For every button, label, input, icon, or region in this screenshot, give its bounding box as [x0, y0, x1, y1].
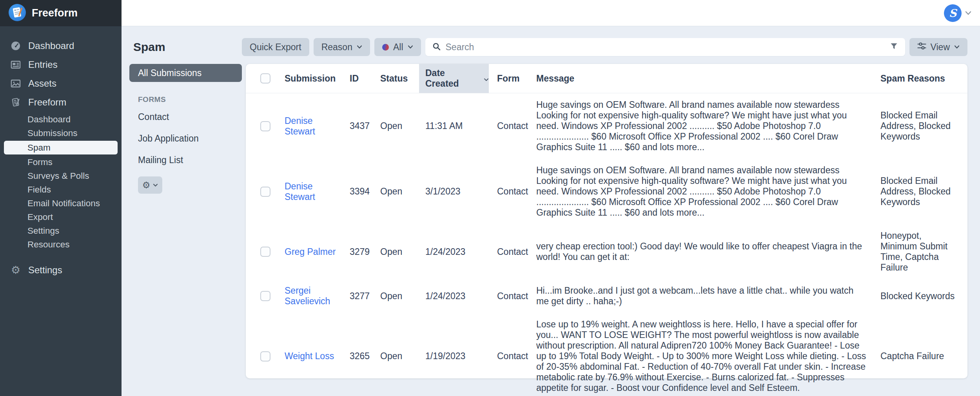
source-sidebar: All Submissions FORMS ContactJob Applica…: [129, 64, 242, 396]
cell-id: 3277: [350, 291, 380, 302]
cell-id: 3394: [350, 186, 380, 197]
search-input[interactable]: [446, 42, 885, 53]
cell-status: Open: [380, 247, 419, 257]
page-body: All Submissions FORMS ContactJob Applica…: [133, 64, 967, 396]
cell-spam-reasons: Blocked Email Address, Blocked Keywords: [880, 176, 967, 207]
row-checkbox-cell: [246, 351, 285, 361]
cell-message: very cheap erection tool:) Good day! We …: [528, 241, 880, 262]
sidebar-subitem-email-notifications[interactable]: Email Notifications: [0, 196, 122, 210]
filter-funnel-icon[interactable]: [890, 42, 898, 52]
content: Spam Quick Export Reason All: [122, 26, 980, 396]
header-status[interactable]: Status: [380, 64, 419, 93]
sidebar-nav: DashboardEntriesAssetsFreeformDashboardS…: [0, 26, 122, 396]
sidebar-item-label: Dashboard: [28, 40, 74, 51]
sidebar-subitem-surveys-polls[interactable]: Surveys & Polls: [0, 169, 122, 183]
header-message[interactable]: Message: [528, 64, 880, 93]
select-all-cell: [246, 64, 285, 93]
sidebar-item-assets[interactable]: Assets: [0, 74, 122, 93]
header-form[interactable]: Form: [489, 64, 528, 93]
cell-message: Huge savings on OEM Software. All brand …: [528, 100, 880, 153]
select-all-checkbox[interactable]: [260, 73, 270, 84]
cell-date-created: 11:31 AM: [419, 121, 489, 131]
forms-heading: FORMS: [129, 95, 242, 104]
row-checkbox[interactable]: [260, 187, 270, 197]
chevron-down-icon: [357, 45, 362, 49]
sidebar-subitem-dashboard[interactable]: Dashboard: [0, 113, 122, 126]
form-source-contact[interactable]: Contact: [129, 112, 242, 122]
cell-status: Open: [380, 186, 419, 197]
submissions-table-card: Submission ID Status Date Created Form M…: [246, 64, 967, 378]
sidebar-subitem-settings[interactable]: Settings: [0, 224, 122, 238]
submission-link[interactable]: Greg Palmer: [285, 247, 336, 257]
table-row: Denise Stewart3437Open11:31 AMContactHug…: [246, 93, 967, 159]
status-filter-dropdown[interactable]: All: [374, 38, 421, 56]
freeform-subnav: DashboardSubmissionsSpamFormsSurveys & P…: [0, 113, 122, 251]
sidebar-item-entries[interactable]: Entries: [0, 55, 122, 74]
sidebar-item-freeform[interactable]: Freeform: [0, 93, 122, 112]
row-checkbox[interactable]: [260, 121, 270, 131]
row-checkbox-cell: [246, 291, 285, 301]
sidebar-item-settings[interactable]: ⚙Settings: [0, 261, 122, 280]
row-checkbox[interactable]: [260, 351, 270, 361]
submission-link[interactable]: Denise Stewart: [285, 116, 338, 137]
toolbar: Spam Quick Export Reason All: [133, 38, 967, 56]
table-row: Denise Stewart3394Open3/1/2023ContactHug…: [246, 159, 967, 224]
sidebar-subitem-spam[interactable]: Spam: [4, 141, 118, 154]
main-area: S Spam Quick Export Reason: [122, 0, 980, 396]
sidebar-subitem-resources[interactable]: Resources: [0, 238, 122, 251]
cell-id: 3437: [350, 121, 380, 131]
sidebar-item-label: Entries: [28, 59, 58, 70]
sidebar-item-label: Settings: [28, 265, 62, 276]
submission-cell: Weight Loss: [285, 351, 350, 361]
sidebar-subitem-export[interactable]: Export: [0, 210, 122, 224]
sidebar-item-label: Assets: [28, 78, 56, 89]
view-dropdown[interactable]: View: [909, 38, 967, 56]
submission-link[interactable]: Denise Stewart: [285, 181, 338, 202]
cell-spam-reasons: Blocked Keywords: [880, 291, 967, 302]
status-filter-label: All: [393, 42, 403, 53]
quick-export-label: Quick Export: [250, 42, 301, 53]
status-color-dot-icon: [382, 44, 389, 51]
user-menu-chevron-down-icon[interactable]: [965, 11, 971, 15]
submission-link[interactable]: Weight Loss: [285, 351, 334, 361]
cell-form: Contact: [489, 247, 528, 257]
sidebar-logo-band: Freeform: [0, 0, 122, 26]
form-source-job-application[interactable]: Job Application: [129, 133, 242, 144]
sidebar-item-dashboard[interactable]: Dashboard: [0, 36, 122, 55]
gauge-icon: [9, 40, 22, 51]
chevron-down-icon: [153, 183, 158, 187]
cell-spam-reasons: Honeypot, Minimum Submit Time, Captcha F…: [880, 231, 967, 273]
form-source-mailing-list[interactable]: Mailing List: [129, 155, 242, 165]
chevron-down-icon: [954, 45, 960, 49]
header-submission[interactable]: Submission: [285, 64, 350, 93]
chevron-down-icon: [408, 45, 413, 49]
sidebar-subitem-submissions[interactable]: Submissions: [0, 126, 122, 140]
cell-spam-reasons: Blocked Email Address, Blocked Keywords: [880, 110, 967, 142]
cell-message: Hi...im Brooke..and I just got a webcam.…: [528, 285, 880, 307]
quick-export-button[interactable]: Quick Export: [242, 38, 309, 56]
sidebar-item-label: Freeform: [28, 97, 66, 108]
table-header-row: Submission ID Status Date Created Form M…: [246, 64, 967, 93]
reason-dropdown[interactable]: Reason: [314, 38, 370, 56]
form-settings-button[interactable]: ⚙: [138, 176, 162, 194]
header-id[interactable]: ID: [350, 64, 380, 93]
sidebar-subitem-fields[interactable]: Fields: [0, 183, 122, 196]
submission-cell: Denise Stewart: [285, 181, 350, 202]
cell-spam-reasons: Captcha Failure: [880, 351, 967, 361]
brand-name: Freeform: [32, 7, 78, 19]
row-checkbox[interactable]: [260, 247, 270, 257]
freeform-icon: [9, 97, 22, 108]
table-row: Sergei Savelievich3277Open1/24/2023Conta…: [246, 279, 967, 313]
forms-list: ContactJob ApplicationMailing List: [129, 112, 242, 165]
submission-link[interactable]: Sergei Savelievich: [285, 285, 338, 307]
user-avatar[interactable]: S: [944, 4, 962, 22]
row-checkbox[interactable]: [260, 291, 270, 301]
header-spam-reasons[interactable]: Spam Reasons: [880, 64, 967, 93]
cell-date-created: 1/24/2023: [419, 247, 489, 257]
cell-message: Lose up to 19% weight. A new weightloss …: [528, 319, 880, 393]
sidebar-subitem-forms[interactable]: Forms: [0, 155, 122, 169]
header-date-created[interactable]: Date Created: [419, 64, 489, 93]
source-all-submissions[interactable]: All Submissions: [129, 64, 242, 82]
cell-date-created: 1/24/2023: [419, 291, 489, 302]
header-date-created-label: Date Created: [425, 68, 480, 89]
